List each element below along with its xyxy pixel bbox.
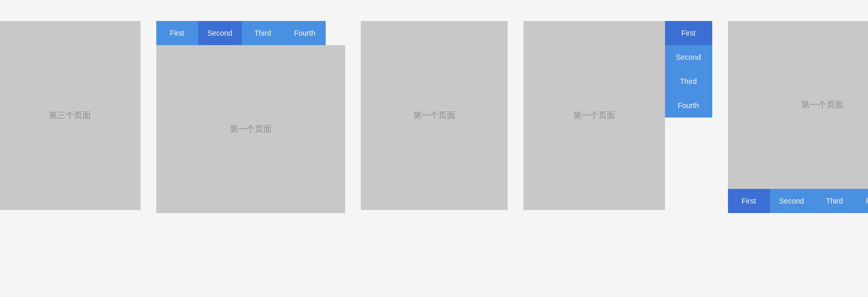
tab-bottom-fourth[interactable]: Fourth [855, 189, 868, 213]
tab-top-fourth[interactable]: Fourth [284, 21, 326, 45]
widget-right-tabs: 第一个页面 First Second Third Fourth [523, 21, 712, 210]
content-area-5: 第一个页面 [728, 21, 869, 189]
content-area-3: 第一个页面 [361, 21, 508, 210]
tab-bottom-second[interactable]: Second [770, 189, 813, 213]
tab-right-fourth[interactable]: Fourth [665, 93, 712, 118]
widget-left-tabs: First Second Third Fourth 第三个页面 [0, 21, 141, 210]
content-area-2: 第一个页面 [156, 45, 345, 213]
content-area-1: 第三个页面 [0, 21, 141, 210]
content-label-1: 第三个页面 [49, 110, 91, 121]
content-area-4: 第一个页面 [523, 21, 665, 210]
content-label-2: 第一个页面 [230, 124, 272, 135]
content-label-4: 第一个页面 [573, 110, 615, 121]
content-label-5: 第一个页面 [801, 100, 843, 111]
widget-bottom-tabs: 第一个页面 First Second Third Fourth [728, 21, 869, 213]
tab-bottom-third[interactable]: Third [813, 189, 855, 213]
widget-top-tabs: First Second Third Fourth 第一个页面 [156, 21, 345, 213]
tab-right-second[interactable]: Second [665, 45, 712, 69]
content-label-3: 第一个页面 [413, 110, 455, 121]
tab-right-third[interactable]: Third [665, 69, 712, 93]
tab-top-third[interactable]: Third [242, 21, 284, 45]
tab-bottom-first[interactable]: First [728, 189, 770, 213]
tabs-bottom-panel: First Second Third Fourth [728, 189, 869, 213]
tabs-top-panel: First Second Third Fourth [156, 21, 345, 45]
tabs-right-panel: First Second Third Fourth [665, 21, 712, 118]
tab-right-first[interactable]: First [665, 21, 712, 45]
tab-top-first[interactable]: First [156, 21, 198, 45]
tab-top-second[interactable]: Second [198, 21, 242, 45]
widget-no-tabs: 第一个页面 [361, 21, 508, 210]
